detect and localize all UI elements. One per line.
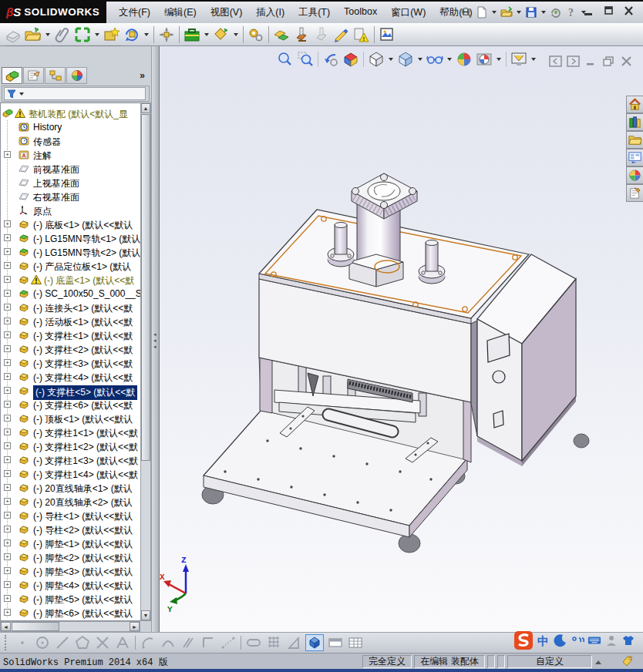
line-icon[interactable]: [54, 635, 71, 650]
tree-item[interactable]: +(-) 脚垫<4> (默认<<默认: [1, 578, 140, 592]
tree-item[interactable]: 上视基准面: [1, 176, 140, 190]
hide-show-icon[interactable]: [426, 50, 444, 69]
paperclip-icon[interactable]: [53, 25, 72, 44]
tree-item[interactable]: +(-) 支撑柱<5> (默认<<默: [1, 384, 140, 398]
expander-icon[interactable]: +: [4, 359, 11, 366]
help-icon[interactable]: ?: [564, 5, 578, 19]
point-icon[interactable]: [14, 635, 31, 650]
expander-icon[interactable]: +: [4, 276, 11, 283]
tree-item[interactable]: History: [1, 120, 140, 134]
save-doc-dropdown[interactable]: [541, 11, 546, 14]
rotate-component-icon[interactable]: [123, 25, 141, 44]
expander-icon[interactable]: +: [4, 456, 11, 463]
tree-item[interactable]: +(-) 支撑柱1<2> (默认<<默: [1, 439, 140, 453]
tree-item[interactable]: +(-) 20直线轴承<1> (默认: [1, 481, 140, 495]
toolbox-green-icon[interactable]: [183, 25, 201, 44]
close-doc-button[interactable]: [620, 55, 633, 67]
view-orientation-icon[interactable]: [367, 50, 385, 69]
large-assembly-icon[interactable]: [292, 25, 311, 44]
grid-icon[interactable]: [265, 635, 282, 650]
menu-5[interactable]: 工具(T): [291, 5, 337, 20]
expander-icon[interactable]: +: [4, 373, 11, 380]
graphics-viewport[interactable]: Z X Y: [159, 46, 643, 632]
view-orientation-dropdown[interactable]: [389, 58, 393, 61]
open-doc-icon[interactable]: [500, 5, 513, 19]
tree-horizontal-scrollbar[interactable]: ◄►: [0, 621, 140, 632]
screenshot-icon[interactable]: [378, 25, 396, 44]
tree-item[interactable]: 前视基准面: [1, 162, 140, 176]
polygon-icon[interactable]: [74, 635, 91, 650]
sogou-s-icon[interactable]: [513, 630, 534, 651]
menu-2[interactable]: 编辑(E): [157, 5, 204, 20]
expander-icon[interactable]: +: [4, 609, 11, 616]
move-triad-icon[interactable]: [157, 25, 176, 44]
mate-dropdown[interactable]: [95, 33, 99, 36]
taskpane-tab-appearances[interactable]: [626, 166, 643, 184]
tree-item[interactable]: +(-) 支撑柱<6> (默认<<默: [1, 398, 140, 412]
new-doc-dropdown[interactable]: [492, 11, 497, 14]
tree-item[interactable]: +(-) 脚垫<6> (默认<<默认: [1, 606, 140, 620]
cross-icon[interactable]: [94, 635, 111, 650]
taskpane-tab-home[interactable]: [626, 96, 643, 113]
taskpane-tab-custom-properties[interactable]: [626, 184, 643, 202]
expander-icon[interactable]: +: [4, 567, 11, 574]
expander-icon[interactable]: +: [4, 581, 11, 588]
expander-icon[interactable]: +: [4, 428, 11, 435]
tree-item[interactable]: +(-) 支撑柱<2> (默认<<默: [1, 342, 140, 356]
toolbox-green-dropdown[interactable]: [204, 33, 209, 36]
circle-icon[interactable]: [34, 635, 51, 650]
menu-4[interactable]: 插入(I): [249, 5, 291, 20]
tree-vertical-scrollbar[interactable]: ▲▼: [140, 102, 151, 621]
rect-h-icon[interactable]: [327, 635, 344, 650]
tree-item[interactable]: +(-) LG15MN导轨<2> (默认: [1, 245, 140, 259]
tree-item[interactable]: +(-) 支撑柱1<1> (默认<<默: [1, 425, 140, 439]
scrollbar-thumb[interactable]: [12, 622, 59, 631]
tree-item[interactable]: +(-) 导柱<2> (默认<<默认: [1, 522, 140, 536]
keyboard-icon[interactable]: [587, 633, 601, 647]
tag-icon[interactable]: [621, 655, 634, 670]
expander-icon[interactable]: +: [4, 442, 11, 449]
tree-item[interactable]: +(-) 支撑柱1<4> (默认<<默: [1, 467, 140, 481]
arc2-icon[interactable]: [160, 635, 177, 650]
model-canvas[interactable]: Z X Y: [160, 46, 643, 632]
edit-appearance-icon[interactable]: [455, 50, 473, 69]
status-expand-arrow[interactable]: [595, 660, 601, 664]
panel-splitter[interactable]: ◂◂◂: [151, 46, 159, 632]
tree-item[interactable]: +(-) 脚垫<5> (默认<<默认: [1, 592, 140, 606]
rotate-component-dropdown[interactable]: [144, 33, 149, 36]
smart-fasteners-icon[interactable]: [103, 25, 121, 44]
expander-icon[interactable]: +: [4, 498, 11, 505]
slot-icon[interactable]: [245, 635, 262, 650]
rebuild-icon[interactable]: [549, 5, 563, 19]
apply-scene-icon[interactable]: [475, 50, 493, 69]
quote-icon[interactable]: [571, 633, 584, 647]
panel-tab-propertymanager[interactable]: [23, 67, 44, 84]
moon-icon[interactable]: [554, 633, 567, 647]
tree-item[interactable]: 右视基准面: [1, 190, 140, 203]
panel-tabs-overflow[interactable]: »: [140, 70, 145, 81]
zoom-fit-icon[interactable]: [276, 50, 295, 69]
tree-item[interactable]: +(-) LG15MN导轨<1> (默认: [1, 231, 140, 245]
apply-scene-dropdown[interactable]: [497, 58, 501, 61]
tree-item[interactable]: +(-) 支撑柱<1> (默认<<默: [1, 328, 140, 342]
tree-item[interactable]: +(-) 导柱<1> (默认<<默认: [1, 509, 140, 522]
scroll-right-button[interactable]: ►: [130, 622, 140, 631]
tree-item[interactable]: +(-) 连接头<1> (默认<<默: [1, 301, 140, 314]
setsquare-icon[interactable]: [285, 635, 302, 650]
menu-6[interactable]: Toolbox: [337, 5, 384, 20]
motion-study-icon[interactable]: [212, 25, 231, 44]
tree-item[interactable]: +(-) 脚垫<2> (默认<<默认: [1, 550, 140, 564]
expander-icon[interactable]: +: [4, 220, 11, 227]
tree-filter-input[interactable]: [4, 87, 146, 100]
insert-component-icon[interactable]: [4, 25, 22, 44]
restore-doc-button[interactable]: [602, 55, 615, 67]
hide-show-dropdown[interactable]: [447, 58, 452, 61]
shirt-icon[interactable]: [621, 633, 635, 647]
view-prev-icon[interactable]: [322, 50, 340, 69]
expander-icon[interactable]: +: [4, 345, 11, 352]
restore-button[interactable]: [602, 5, 616, 17]
tree-item[interactable]: +(-) 支撑柱<4> (默认<<默: [1, 370, 140, 384]
scroll-left-button[interactable]: ◄: [1, 622, 11, 631]
expander-icon[interactable]: +: [4, 290, 11, 297]
taskpane-tab-design-library[interactable]: [626, 113, 643, 131]
